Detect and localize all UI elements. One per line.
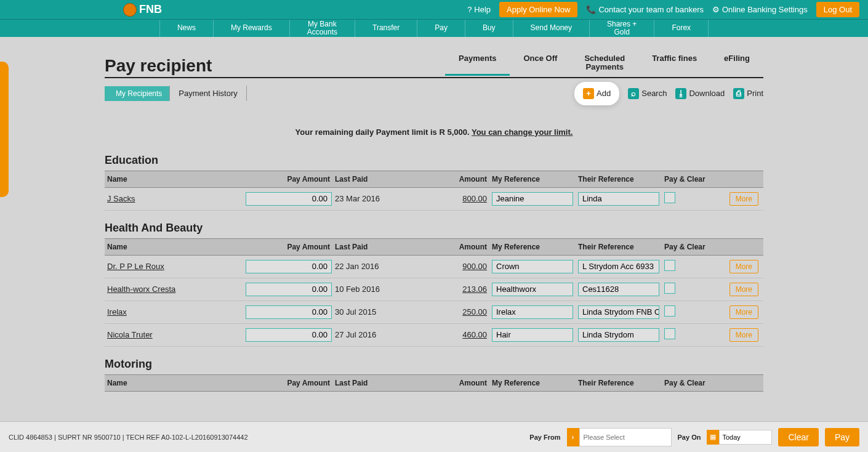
col-my-ref: My Reference [492,175,578,184]
amount-link[interactable]: 250.00 [462,307,487,317]
help-icon: ? [467,5,472,14]
col-last-paid: Last Paid [335,379,415,387]
phone-icon: 📞 [586,5,596,14]
clear-button[interactable]: Clear [778,428,818,435]
col-my-ref: My Reference [492,379,578,387]
pay-amount-input[interactable] [246,283,332,296]
pay-clear-checkbox[interactable] [664,260,675,271]
last-paid-text: 27 Jul 2016 [335,330,415,339]
more-button[interactable]: More [729,305,758,319]
print-button[interactable]: ⎙ Print [733,88,763,99]
my-recipients-tab[interactable]: My Recipients [106,86,169,101]
menu-item-transfer[interactable]: Transfer [355,20,417,37]
col-pay-amount: Pay Amount [246,379,335,387]
tab-once-off[interactable]: Once Off [510,52,571,76]
amount-link[interactable]: 900.00 [462,262,487,271]
my-reference-input[interactable] [492,283,573,296]
payment-history-tab[interactable]: Payment History [169,86,246,101]
recipient-name-link[interactable]: J Sacks [107,194,135,203]
amount-link[interactable]: 460.00 [462,330,487,339]
brand-text: FNB [139,3,162,16]
side-drawer-tab[interactable] [0,62,9,197]
change-limit-link[interactable]: You can change your limit. [472,127,573,137]
col-last-paid: Last Paid [335,243,415,251]
search-button[interactable]: ⌕ Search [628,88,667,99]
logo-icon [123,3,137,17]
gear-icon: ⚙ [712,5,720,14]
menu-item-buy[interactable]: Buy [465,20,513,37]
their-reference-input[interactable] [578,260,659,273]
amount-link[interactable]: 800.00 [462,194,487,203]
menu-item-send-money[interactable]: Send Money [513,20,590,37]
menu-item-pay[interactable]: Pay [417,20,465,37]
their-reference-input[interactable] [578,305,659,319]
pay-clear-checkbox[interactable] [664,305,675,317]
table-row: Irelax30 Jul 2015250.00More [105,301,763,324]
download-icon: ⭳ [675,88,686,99]
recipient-name-link[interactable]: Irelax [107,307,127,317]
print-icon: ⎙ [733,88,744,99]
recipient-name-link[interactable]: Health-worx Cresta [107,285,175,294]
pay-from-select[interactable]: › [567,428,672,435]
col-my-ref: My Reference [492,243,578,251]
pay-clear-checkbox[interactable] [664,192,675,203]
pay-on-input[interactable] [719,430,772,435]
main-menu: NewsMy RewardsMy BankAccountsTransferPay… [0,19,868,37]
more-button[interactable]: More [729,283,758,296]
my-reference-input[interactable] [492,260,573,273]
apply-online-button[interactable]: Apply Online Now [499,2,577,17]
last-paid-text: 10 Feb 2016 [335,285,415,294]
my-reference-input[interactable] [492,305,573,319]
menu-item-shares-gold[interactable]: Shares +Gold [590,20,654,37]
their-reference-input[interactable] [578,283,659,296]
tab-scheduled-payments[interactable]: ScheduledPayments [571,52,638,76]
tab-traffic-fines[interactable]: Traffic fines [638,52,710,76]
col-pay-amount: Pay Amount [246,175,335,184]
logout-button[interactable]: Log Out [816,2,859,17]
my-reference-input[interactable] [492,328,573,342]
recipient-name-link[interactable]: Nicola Truter [107,330,153,339]
col-last-paid: Last Paid [335,175,415,184]
pay-button[interactable]: Pay [825,428,859,435]
add-button[interactable]: + Add [583,88,611,99]
settings-link[interactable]: ⚙ Online Banking Settings [712,5,808,14]
more-button[interactable]: More [729,260,758,273]
table-header: NamePay AmountLast PaidAmountMy Referenc… [105,374,763,392]
tab-payments[interactable]: Payments [445,52,510,76]
plus-icon: + [583,88,594,99]
section-title: Education [105,154,763,167]
menu-item-news[interactable]: News [159,20,214,37]
their-reference-input[interactable] [578,192,659,206]
col-name: Name [107,243,246,251]
pay-from-input[interactable] [579,428,672,435]
pay-on-date[interactable]: ▦ [707,430,772,435]
menu-item-my-rewards[interactable]: My Rewards [214,20,290,37]
more-button[interactable]: More [729,192,758,206]
pay-amount-input[interactable] [246,305,332,319]
pay-amount-input[interactable] [246,192,332,206]
brand-logo[interactable]: FNB [123,3,162,17]
search-icon: ⌕ [628,88,639,99]
my-reference-input[interactable] [492,192,573,206]
menu-item-forex[interactable]: Forex [654,20,709,37]
table-header: NamePay AmountLast PaidAmountMy Referenc… [105,171,763,188]
col-name: Name [107,175,246,184]
recipient-name-link[interactable]: Dr. P P Le Roux [107,262,164,271]
topbar: FNB ? Help Apply Online Now 📞 Contact yo… [0,0,868,19]
pay-amount-input[interactable] [246,328,332,342]
calendar-icon: ▦ [707,430,719,435]
pay-clear-checkbox[interactable] [664,328,675,339]
amount-link[interactable]: 213.06 [462,285,487,294]
col-pay-amount: Pay Amount [246,243,335,251]
col-pay-clear: Pay & Clear [664,175,761,184]
tab-efiling[interactable]: eFiling [710,52,763,76]
table-row: Dr. P P Le Roux22 Jan 2016900.00More [105,256,763,278]
menu-item-my-bank-accounts[interactable]: My BankAccounts [290,20,355,37]
pay-amount-input[interactable] [246,260,332,273]
contact-bankers-link[interactable]: 📞 Contact your team of bankers [586,5,704,14]
their-reference-input[interactable] [578,328,659,342]
download-button[interactable]: ⭳ Download [675,88,725,99]
help-link[interactable]: ? Help [467,5,491,14]
pay-clear-checkbox[interactable] [664,283,675,294]
more-button[interactable]: More [729,328,758,342]
